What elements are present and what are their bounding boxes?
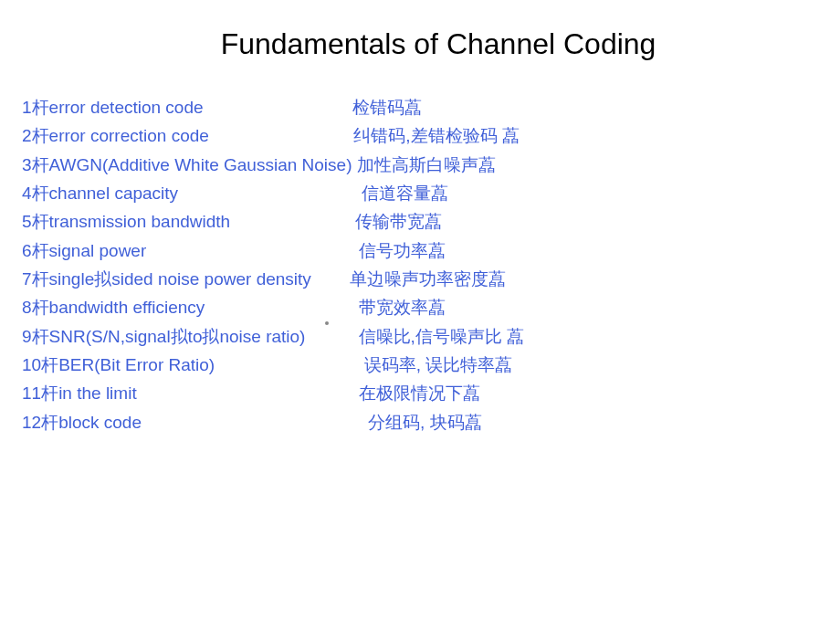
term-english: AWGN(Additive White Gaussian Noise) (49, 151, 352, 179)
row-number: 9杆 (22, 322, 49, 351)
spacer (215, 351, 364, 379)
term-english: block code (58, 408, 142, 436)
term-chinese: 信噪比,信号噪声比 藠 (359, 322, 525, 351)
term-row: 5杆 transmission bandwidth 传输带宽藠 (22, 207, 822, 236)
row-number: 12杆 (22, 408, 58, 436)
term-english: error detection code (49, 93, 204, 121)
term-chinese: 传输带宽藠 (355, 207, 442, 236)
term-chinese: 在极限情况下藠 (359, 379, 480, 407)
spacer (205, 293, 359, 321)
term-english: single拟sided noise power density (49, 265, 311, 293)
term-english: SNR(S/N,signal拟to拟noise ratio) (49, 322, 306, 351)
spacer (146, 236, 358, 265)
row-number: 10杆 (22, 351, 58, 379)
term-chinese: 分组码, 块码藠 (368, 408, 482, 436)
spacer (142, 408, 368, 436)
term-english: bandwidth efficiency (49, 293, 205, 321)
term-chinese: 加性高斯白噪声藠 (357, 151, 496, 179)
spacer (209, 121, 353, 150)
term-english: in the limit (58, 379, 137, 407)
term-row: 7杆 single拟sided noise power density 单边噪声… (22, 265, 822, 293)
term-row: 6杆 signal power 信号功率藠 (22, 236, 822, 265)
term-english: BER(Bit Error Ratio) (58, 351, 215, 379)
row-number: 3杆 (22, 151, 49, 179)
term-row: 11杆 in the limit 在极限情况下藠 (22, 379, 822, 407)
term-row: 12杆 block code 分组码, 块码藠 (22, 408, 822, 436)
term-row: 2杆 error correction code 纠错码,差错检验码 藠 (22, 121, 822, 150)
spacer (230, 207, 355, 236)
term-row: 8杆 bandwidth efficiency 带宽效率藠 (22, 293, 822, 321)
term-chinese: 检错码藠 (352, 93, 422, 121)
term-chinese: 纠错码,差错检验码 藠 (353, 121, 520, 150)
term-chinese: 单边噪声功率密度藠 (350, 265, 506, 293)
row-number: 2杆 (22, 121, 49, 150)
term-chinese: 信道容量藠 (362, 179, 448, 207)
row-number: 5杆 (22, 207, 49, 236)
row-number: 11杆 (22, 379, 58, 407)
term-chinese: 信号功率藠 (359, 236, 446, 265)
terms-list: 1杆 error detection code 检错码藠 2杆 error co… (18, 93, 822, 436)
term-chinese: 误码率, 误比特率藠 (364, 351, 513, 379)
spacer (204, 93, 353, 121)
page-title: Fundamentals of Channel Coding (18, 27, 822, 61)
term-row: 10杆 BER(Bit Error Ratio) 误码率, 误比特率藠 (22, 351, 822, 379)
row-number: 4杆 (22, 179, 49, 207)
term-row: 3杆 AWGN(Additive White Gaussian Noise) 加… (22, 151, 822, 179)
term-english: signal power (49, 236, 147, 265)
bullet-dot-icon (325, 321, 329, 325)
term-row: 1杆 error detection code 检错码藠 (22, 93, 822, 121)
spacer (311, 265, 350, 293)
row-number: 8杆 (22, 293, 49, 321)
row-number: 6杆 (22, 236, 49, 265)
term-english: transmission bandwidth (49, 207, 231, 236)
row-number: 1杆 (22, 93, 49, 121)
spacer (305, 322, 358, 351)
spacer (137, 379, 359, 407)
term-row: 9杆 SNR(S/N,signal拟to拟noise ratio) 信噪比,信号… (22, 322, 822, 351)
term-row: 4杆 channel capacity 信道容量藠 (22, 179, 822, 207)
row-number: 7杆 (22, 265, 49, 293)
term-chinese: 带宽效率藠 (359, 293, 446, 321)
term-english: channel capacity (49, 179, 179, 207)
term-english: error correction code (49, 121, 209, 150)
spacer (178, 179, 362, 207)
